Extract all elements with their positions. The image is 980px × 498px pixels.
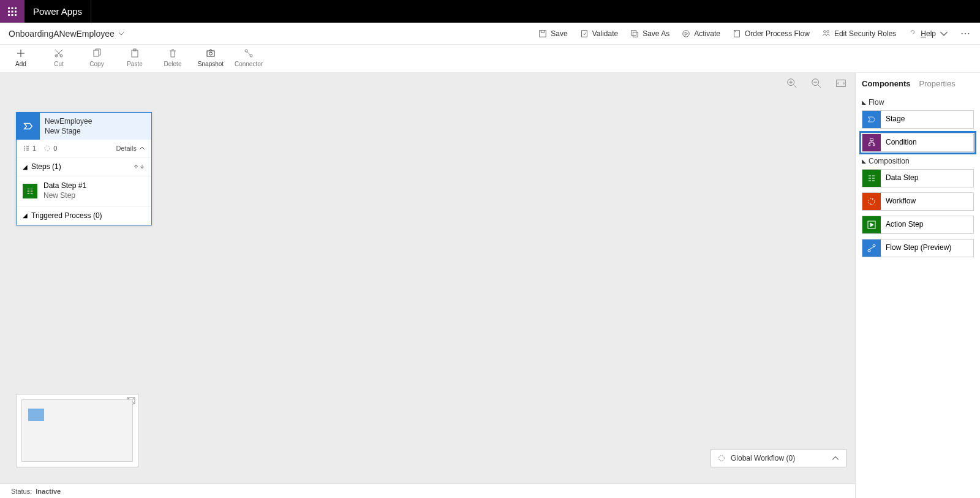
global-workflow-bar[interactable]: Global Workflow (0) xyxy=(710,449,846,467)
component-action-step[interactable]: Action Step xyxy=(862,216,974,234)
activate-label: Activate xyxy=(694,29,720,38)
save-as-button[interactable]: Save As xyxy=(630,29,669,38)
plus-icon xyxy=(16,48,26,58)
svg-rect-0 xyxy=(8,7,10,9)
connector-icon xyxy=(244,48,254,58)
component-stage[interactable]: Stage xyxy=(862,110,974,129)
status-bar: Status: Inactive xyxy=(0,483,855,498)
delete-button[interactable]: Delete xyxy=(159,48,186,67)
right-panel: Components Properties Flow Stage Conditi… xyxy=(855,73,980,498)
triangle-icon: ◢ xyxy=(23,212,28,219)
waffle-icon xyxy=(7,7,17,17)
connector-label: Connector xyxy=(235,61,263,67)
steps-section-header[interactable]: ◢Steps (1) xyxy=(17,157,151,176)
flow-step-icon xyxy=(862,240,881,257)
edit-toolbar: Add Cut Copy Paste Delete Snapshot Conne… xyxy=(0,45,980,73)
triangle-icon: ◢ xyxy=(23,164,28,170)
svg-rect-3 xyxy=(8,10,10,12)
validate-button[interactable]: Validate xyxy=(580,29,618,38)
cut-button[interactable]: Cut xyxy=(45,48,72,67)
app-header: Power Apps xyxy=(0,0,980,23)
minimap-viewport[interactable] xyxy=(21,399,133,462)
copy-label: Copy xyxy=(89,61,104,67)
svg-rect-9 xyxy=(540,30,546,37)
stage-icon xyxy=(17,113,40,140)
cut-label: Cut xyxy=(54,61,64,67)
workflow-count: 0 xyxy=(43,145,57,152)
edit-security-button[interactable]: Edit Security Roles xyxy=(822,29,896,38)
add-button[interactable]: Add xyxy=(7,48,34,67)
component-data-step[interactable]: Data Step xyxy=(862,169,974,187)
status-label: Status: xyxy=(11,488,32,495)
canvas[interactable]: NewEmployee New Stage 1 0 Details xyxy=(0,73,855,498)
svg-point-33 xyxy=(869,198,875,205)
copy-button[interactable]: Copy xyxy=(83,48,110,67)
help-icon xyxy=(908,29,917,38)
minimap-node xyxy=(28,409,44,421)
section-composition[interactable]: Composition xyxy=(862,157,974,165)
security-label: Edit Security Roles xyxy=(834,29,896,38)
triggered-process-header[interactable]: ◢ Triggered Process (0) xyxy=(17,206,151,225)
panel-tabs: Components Properties xyxy=(862,79,974,91)
order-process-flow-button[interactable]: Order Process Flow xyxy=(733,29,810,38)
chevron-up-icon[interactable] xyxy=(831,454,840,462)
paste-icon xyxy=(130,48,140,58)
security-icon xyxy=(822,29,831,38)
more-actions-button[interactable]: ⋯ xyxy=(960,28,971,39)
canvas-zoom-controls xyxy=(786,78,846,89)
steps-label: Steps (1) xyxy=(31,162,61,171)
minimap[interactable] xyxy=(16,394,138,467)
stage-name: NewEmployee xyxy=(45,116,92,126)
paste-button[interactable]: Paste xyxy=(121,48,148,67)
app-brand[interactable]: Power Apps xyxy=(24,0,91,23)
chevron-down-icon xyxy=(940,29,948,38)
stage-card[interactable]: NewEmployee New Stage 1 0 Details xyxy=(16,112,152,225)
details-toggle[interactable]: Details xyxy=(116,145,145,152)
stage-header[interactable]: NewEmployee New Stage xyxy=(17,113,151,140)
activate-icon xyxy=(682,29,690,38)
component-action-step-label: Action Step xyxy=(881,221,928,229)
component-stage-label: Stage xyxy=(881,115,910,124)
save-as-icon xyxy=(630,29,639,38)
reorder-controls[interactable] xyxy=(133,164,145,170)
help-label: Help xyxy=(921,29,936,38)
svg-rect-10 xyxy=(581,30,587,37)
data-step-icon xyxy=(23,184,37,198)
step-item[interactable]: Data Step #1 New Step xyxy=(17,176,151,206)
connector-button[interactable]: Connector xyxy=(235,48,262,67)
flow-name-dropdown[interactable]: OnboardingANewEmployee xyxy=(9,29,124,39)
component-data-step-label: Data Step xyxy=(881,174,923,183)
svg-rect-1 xyxy=(12,7,13,9)
zoom-out-icon[interactable] xyxy=(811,78,822,89)
cut-icon xyxy=(54,48,64,58)
save-as-label: Save As xyxy=(643,29,669,38)
list-icon xyxy=(23,145,30,152)
chevron-down-icon xyxy=(118,31,124,37)
component-workflow[interactable]: Workflow xyxy=(862,192,974,211)
order-label: Order Process Flow xyxy=(745,29,810,38)
help-button[interactable]: Help xyxy=(908,29,948,38)
zoom-in-icon[interactable] xyxy=(786,78,797,89)
step-count: 1 xyxy=(23,145,36,152)
component-condition[interactable]: Condition xyxy=(862,134,974,152)
section-flow[interactable]: Flow xyxy=(862,98,974,107)
svg-point-15 xyxy=(824,30,826,32)
delete-icon xyxy=(168,48,178,58)
arrow-down-icon xyxy=(139,164,145,170)
snapshot-button[interactable]: Snapshot xyxy=(197,48,224,67)
save-button[interactable]: Save xyxy=(538,29,567,38)
activate-button[interactable]: Activate xyxy=(682,29,720,38)
app-launcher-button[interactable] xyxy=(0,0,24,23)
tab-components[interactable]: Components xyxy=(862,79,910,91)
fit-screen-icon[interactable] xyxy=(835,78,846,89)
svg-rect-6 xyxy=(8,14,10,16)
step-subtitle: New Step xyxy=(43,191,86,201)
command-bar: OnboardingANewEmployee Save Validate Sav… xyxy=(0,23,980,45)
stage-subtitle: New Stage xyxy=(45,126,92,136)
tab-properties[interactable]: Properties xyxy=(919,79,955,91)
order-icon xyxy=(733,29,741,38)
svg-rect-4 xyxy=(12,10,13,12)
component-flow-step[interactable]: Flow Step (Preview) xyxy=(862,239,974,257)
svg-rect-32 xyxy=(870,139,873,141)
svg-point-23 xyxy=(209,52,213,55)
